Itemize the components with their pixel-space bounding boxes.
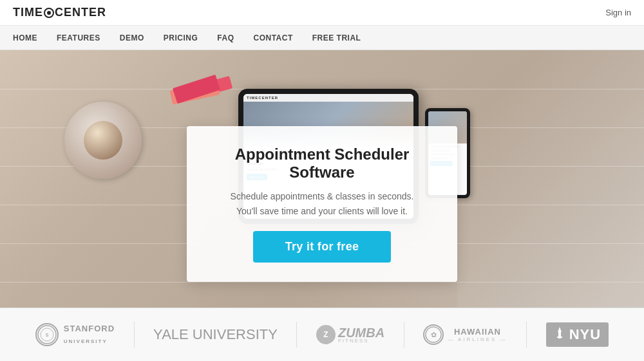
stanford-logo-icon: S: [35, 323, 59, 346]
hero-section: TIMECENTER Sallys Health & Beauty Schedu…: [0, 50, 644, 308]
svg-text:Z: Z: [323, 330, 328, 339]
svg-text:✿: ✿: [431, 331, 437, 338]
brands-bar: S STANFORD UNIVERSITY Yale University Z …: [0, 308, 644, 361]
brand-divider-4: [526, 322, 527, 347]
stanford-seal: S: [37, 324, 57, 345]
cta-button[interactable]: Try it for free: [253, 231, 392, 263]
hero-subtitle-line1: Schedule appointments & classes in secon…: [231, 191, 414, 201]
hawaiian-text: HAWAIIAN — AIRLINES —: [448, 327, 507, 342]
brand-hawaiian: ✿ HAWAIIAN — AIRLINES —: [423, 324, 507, 345]
yale-name: Yale University: [153, 326, 278, 343]
brand-divider-3: [404, 322, 404, 347]
zumba-icon: Z: [316, 325, 336, 344]
hero-subtitle-line2: You'll save time and your clients will l…: [236, 206, 408, 216]
nav-item-faq[interactable]: FAQ: [217, 33, 234, 42]
nav-item-pricing[interactable]: PRICING: [164, 33, 198, 42]
svg-marker-10: [558, 327, 562, 332]
hawaiian-sub: — AIRLINES —: [448, 337, 507, 342]
nav-item-features[interactable]: FEATURES: [57, 33, 100, 42]
hero-subtitle: Schedule appointments & classes in secon…: [213, 189, 431, 218]
zumba-text-block: ZUMBA FITNESS: [338, 326, 384, 344]
nav-item-free-trial[interactable]: FREE TRIAL: [312, 33, 361, 42]
hawaiian-icon: ✿: [423, 324, 444, 345]
brand-yale: Yale University: [153, 326, 278, 343]
logo-icon: [44, 8, 54, 18]
nav-item-home[interactable]: HOME: [13, 33, 37, 42]
nyu-torch: [554, 327, 565, 340]
logo[interactable]: TIME CENTER: [13, 6, 106, 19]
brand-divider-2: [296, 322, 297, 347]
main-nav: HOME FEATURES DEMO PRICING FAQ CONTACT F…: [0, 26, 644, 50]
svg-point-1: [47, 11, 51, 15]
nav-item-demo[interactable]: DEMO: [120, 33, 144, 42]
brand-nyu: NYU: [546, 322, 609, 347]
hawaiian-name: HAWAIIAN: [448, 327, 507, 337]
hero-title: Appointment Scheduler Software: [213, 145, 431, 181]
hawaiian-symbol: ✿: [424, 326, 442, 344]
brand-stanford: S STANFORD UNIVERSITY: [35, 323, 115, 346]
tablet-app-header: TIMECENTER: [243, 94, 413, 102]
signin-link[interactable]: Sign in: [605, 8, 631, 17]
top-bar: TIME CENTER Sign in: [0, 0, 644, 26]
stanford-sub: UNIVERSITY: [64, 338, 108, 344]
hero-overlay-card: Appointment Scheduler Software Schedule …: [187, 126, 457, 282]
nyu-icon: [554, 327, 565, 342]
nyu-name: NYU: [569, 326, 601, 343]
nav-item-contact[interactable]: CONTACT: [253, 33, 292, 42]
brand-divider-1: [134, 322, 135, 347]
coffee-cup-decoration: [64, 102, 142, 179]
stanford-name: STANFORD UNIVERSITY: [64, 324, 115, 346]
svg-rect-11: [557, 337, 562, 338]
brand-zumba: Z ZUMBA FITNESS: [316, 325, 384, 344]
zumba-symbol: Z: [317, 326, 335, 344]
svg-text:S: S: [45, 333, 48, 337]
